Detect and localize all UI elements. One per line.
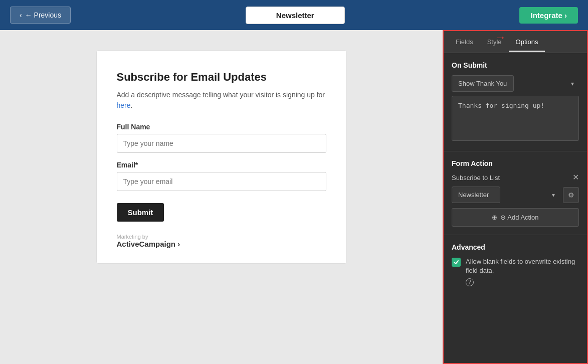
tab-options[interactable]: Options xyxy=(509,32,545,52)
allow-blank-label: Allow blank fields to overwrite existing… xyxy=(466,257,579,286)
previous-label: ← Previous xyxy=(25,11,61,19)
close-action-button[interactable]: ✕ xyxy=(572,173,579,181)
subscribe-to-list-label: Subscribe to List xyxy=(452,174,500,181)
email-group: Email* xyxy=(117,161,326,191)
full-name-input[interactable] xyxy=(117,134,326,153)
main-layout: Subscribe for Email Updates Add a descri… xyxy=(0,30,588,364)
integrate-button[interactable]: Integrate › xyxy=(519,7,578,24)
advanced-section: Advanced Allow blank fields to overwrite… xyxy=(444,235,587,294)
gear-icon: ⚙ xyxy=(568,191,574,199)
form-action-title: Form Action xyxy=(452,159,579,167)
description-link[interactable]: here xyxy=(117,101,131,109)
email-input[interactable] xyxy=(117,172,326,191)
previous-button[interactable]: ‹ ← Previous xyxy=(10,7,71,24)
on-submit-select[interactable]: Show Thank You Redirect to URL xyxy=(452,75,514,92)
full-name-group: Full Name xyxy=(117,123,326,153)
add-action-button[interactable]: ⊕ ⊕ Add Action xyxy=(452,208,579,227)
advanced-title: Advanced xyxy=(452,243,579,251)
submit-button[interactable]: Submit xyxy=(117,203,164,222)
form-title: Newsletter xyxy=(246,7,345,24)
action-header: Subscribe to List ✕ xyxy=(452,173,579,181)
panel-tabs: Fields Style → Options xyxy=(444,31,587,53)
tab-style[interactable]: Style → xyxy=(480,32,509,52)
brand-link[interactable]: ActiveCampaign › xyxy=(117,240,326,248)
newsletter-select-wrapper: Newsletter General List xyxy=(452,187,560,203)
email-label: Email* xyxy=(117,161,326,169)
form-description: Add a descriptive message telling what y… xyxy=(117,90,326,111)
checkmark-icon xyxy=(453,259,459,265)
on-submit-section: On Submit Show Thank You Redirect to URL… xyxy=(444,53,587,151)
tab-fields[interactable]: Fields xyxy=(449,32,480,52)
form-heading: Subscribe for Email Updates xyxy=(117,71,326,84)
right-panel: Fields Style → Options On Submit Show Th… xyxy=(443,30,588,364)
newsletter-select[interactable]: Newsletter General List xyxy=(452,187,500,203)
full-name-label: Full Name xyxy=(117,123,326,131)
info-icon[interactable]: ? xyxy=(466,278,474,286)
show-thank-you-wrapper: Show Thank You Redirect to URL xyxy=(452,75,579,92)
plus-icon: ⊕ xyxy=(492,214,497,221)
marketing-footer: Marketing by ActiveCampaign › xyxy=(117,234,326,248)
form-card: Subscribe for Email Updates Add a descri… xyxy=(96,50,347,264)
header: ‹ ← Previous Newsletter Integrate › xyxy=(0,0,588,30)
on-submit-title: On Submit xyxy=(452,61,579,69)
thank-you-textarea[interactable]: Thanks for signing up! xyxy=(452,96,579,141)
chevron-left-icon: ‹ xyxy=(20,11,22,19)
form-canvas: Subscribe for Email Updates Add a descri… xyxy=(0,30,443,364)
form-action-section: Form Action Subscribe to List ✕ Newslett… xyxy=(444,151,587,235)
newsletter-row: Newsletter General List ⚙ xyxy=(452,187,579,203)
allow-blank-checkbox[interactable] xyxy=(452,258,461,267)
allow-blank-fields-row: Allow blank fields to overwrite existing… xyxy=(452,257,579,286)
gear-button[interactable]: ⚙ xyxy=(563,187,579,203)
